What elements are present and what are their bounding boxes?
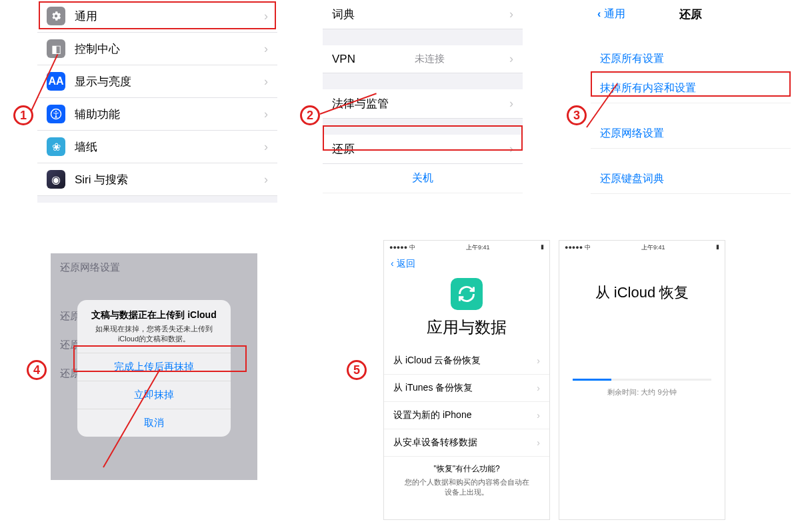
chevron-left-icon: ‹ [391, 258, 394, 269]
chevron-right-icon: › [264, 9, 268, 23]
back-button[interactable]: ‹ 通用 [597, 7, 625, 21]
chevron-right-icon: › [264, 75, 268, 89]
row-reset-network[interactable]: 还原网络设置 [591, 119, 791, 149]
opt-setup-new[interactable]: 设置为新的 iPhone› [384, 402, 549, 429]
gear-icon [47, 7, 65, 25]
dialog-message: 如果现在抹掉，您将丢失还未上传到iCloud的文稿和数据。 [77, 324, 231, 353]
row-label: 辅助功能 [75, 107, 120, 122]
progress-bar [573, 379, 711, 381]
row-legal[interactable]: 法律与监管 › [323, 89, 523, 119]
chevron-right-icon: › [537, 383, 540, 393]
row-reset[interactable]: 还原 › [323, 135, 523, 164]
row-reset-all-settings[interactable]: 还原所有设置 [591, 45, 791, 74]
accessibility-icon [47, 105, 65, 123]
wallpaper-icon: ❀ [47, 137, 65, 156]
row-accessibility[interactable]: 辅助功能 › [37, 98, 277, 131]
chevron-right-icon: › [264, 107, 268, 121]
row-reset-keyboard[interactable]: 还原键盘词典 [591, 165, 791, 194]
row-shutdown[interactable]: 关机 [323, 164, 523, 193]
screen-title: 从 iCloud 恢复 [559, 279, 725, 312]
row-label: 墙纸 [75, 139, 97, 155]
apps-data-icon [451, 278, 483, 310]
carrier: ●●●●● 中 [389, 243, 415, 252]
step-badge-2: 2 [300, 105, 320, 125]
chevron-right-icon: › [509, 7, 513, 21]
step-badge-5: 5 [347, 360, 367, 380]
chevron-right-icon: › [264, 173, 268, 187]
opt-android-transfer[interactable]: 从安卓设备转移数据› [384, 429, 549, 457]
row-value: 未连接 [415, 53, 445, 65]
chevron-left-icon: ‹ [597, 8, 601, 19]
dialog-cancel-button[interactable]: 取消 [77, 409, 231, 437]
battery-icon: ▮ [716, 243, 719, 252]
row-label: 还原 [332, 141, 355, 157]
panel-settings-main: 通用 › ◧ 控制中心 › AA 显示与亮度 › 辅助功能 › ❀ 墙纸 › ◉… [37, 0, 277, 203]
step-badge-1: 1 [13, 105, 33, 125]
panel-reset: ‹ 通用 还原 还原所有设置 抹掉所有内容和设置 还原网络设置 还原键盘词典 [591, 0, 791, 194]
alert-dialog: 文稿与数据正在上传到 iCloud 如果现在抹掉，您将丢失还未上传到iCloud… [77, 300, 231, 437]
chevron-right-icon: › [509, 97, 513, 111]
bg-row-0: 还原网络设置 [51, 253, 257, 282]
chevron-right-icon: › [509, 142, 513, 156]
row-vpn[interactable]: VPN 未连接 › [323, 45, 523, 73]
row-label: VPN [332, 53, 355, 66]
chevron-right-icon: › [509, 52, 513, 66]
row-dictionary[interactable]: 词典 › [323, 0, 523, 29]
row-siri[interactable]: ◉ Siri 与搜索 › [37, 163, 277, 196]
display-icon: AA [47, 72, 65, 91]
step-badge-3: 3 [567, 105, 587, 125]
opt-icloud-restore[interactable]: 从 iCloud 云备份恢复› [384, 347, 549, 375]
nav-title: 还原 [679, 7, 702, 22]
dialog-erase-now-button[interactable]: 立即抹掉 [77, 381, 231, 409]
chevron-right-icon: › [537, 355, 540, 366]
row-general[interactable]: 通用 › [37, 0, 277, 33]
dialog-finish-upload-button[interactable]: 完成上传后再抹掉 [77, 353, 231, 381]
status-bar: ●●●●● 中 上午9:41 ▮ [384, 241, 549, 255]
panel-dialog: 还原网络设置 还原键 还原主 还原位 文稿与数据正在上传到 iCloud 如果现… [51, 253, 257, 480]
row-label: 控制中心 [75, 41, 120, 57]
status-time: 上午9:41 [466, 243, 490, 252]
siri-icon: ◉ [47, 170, 65, 189]
row-label: Siri 与搜索 [75, 172, 128, 187]
battery-icon: ▮ [541, 243, 544, 252]
row-display[interactable]: AA 显示与亮度 › [37, 65, 277, 98]
nav-header: ‹ 通用 还原 [591, 0, 791, 29]
carrier: ●●●●● 中 [565, 243, 591, 252]
chevron-right-icon: › [264, 42, 268, 56]
status-bar: ●●●●● 中 上午9:41 ▮ [559, 241, 725, 255]
footer-question: "恢复"有什么功能? [384, 457, 549, 477]
chevron-right-icon: › [537, 437, 540, 448]
footer-description: 您的个人数据和购买的内容将会自动在设备上出现。 [384, 477, 549, 511]
row-control-center[interactable]: ◧ 控制中心 › [37, 33, 277, 65]
progress-text: 剩余时间: 大约 9分钟 [559, 387, 725, 397]
status-time: 上午9:41 [641, 243, 665, 252]
row-wallpaper[interactable]: ❀ 墙纸 › [37, 131, 277, 163]
dialog-title: 文稿与数据正在上传到 iCloud [77, 300, 231, 324]
row-label: 显示与亮度 [75, 74, 131, 89]
step-badge-4: 4 [27, 360, 47, 380]
screen-title: 应用与数据 [384, 313, 549, 347]
phone-apps-data: ●●●●● 中 上午9:41 ▮ ‹ 返回 应用与数据 从 iCloud 云备份… [383, 240, 550, 520]
svg-point-1 [55, 111, 57, 112]
chevron-right-icon: › [537, 410, 540, 421]
back-button[interactable]: ‹ 返回 [384, 255, 549, 273]
row-label: 词典 [332, 7, 355, 22]
panel-general: 词典 › VPN 未连接 › 法律与监管 › 还原 › 关机 [323, 0, 523, 193]
row-erase-all[interactable]: 抹掉所有内容和设置 [591, 74, 791, 103]
chevron-right-icon: › [264, 140, 268, 154]
opt-itunes-restore[interactable]: 从 iTunes 备份恢复› [384, 375, 549, 402]
progress-fill [573, 379, 611, 381]
phone-icloud-restore: ●●●●● 中 上午9:41 ▮ 从 iCloud 恢复 剩余时间: 大约 9分… [559, 240, 725, 520]
row-label: 通用 [75, 9, 97, 24]
